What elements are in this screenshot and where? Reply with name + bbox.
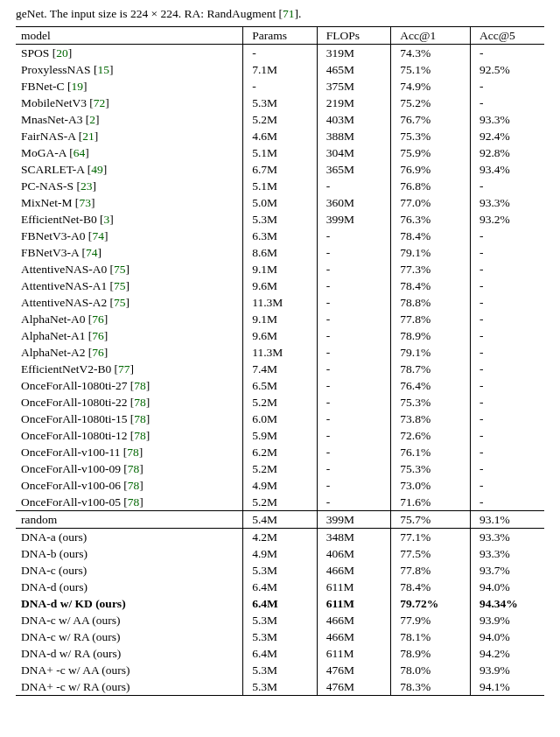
cell: -	[317, 344, 391, 361]
model-cell: MobileNetV3 [72]	[16, 95, 243, 111]
caption-text: geNet. The input size is 224 × 224. RA: …	[16, 7, 283, 20]
model-cell: SPOS [20]	[16, 45, 243, 62]
cell: 7.1M	[243, 61, 318, 78]
model-cell: DNA-c w/ AA (ours)	[16, 612, 243, 628]
table-row: DNA-d (ours)6.4M611M78.4%94.0%	[16, 579, 544, 595]
cell: 399M	[317, 211, 391, 228]
cell: 466M	[317, 628, 391, 645]
cell: 78.1%	[391, 628, 471, 645]
citation-ref[interactable]: 74	[86, 246, 98, 259]
model-suffix: ]	[104, 312, 108, 326]
citation-ref[interactable]: 49	[91, 163, 103, 176]
model-name: ProxylessNAS [	[21, 63, 97, 76]
cell: 73.8%	[391, 411, 471, 427]
model-cell: MnasNet-A3 [2]	[16, 111, 243, 128]
cell: 611M	[317, 645, 391, 662]
model-name: DNA-d w/ KD (ours)	[21, 597, 126, 610]
model-suffix: ]	[104, 329, 108, 342]
table-row: SCARLET-A [49]6.7M365M76.9%93.4%	[16, 161, 544, 178]
model-cell: DNA+ -c w/ AA (ours)	[16, 662, 243, 678]
hdr-acc1: Acc@1	[391, 27, 471, 45]
caption-ref[interactable]: 71	[283, 7, 295, 20]
cell: -	[470, 294, 544, 311]
citation-ref[interactable]: 64	[74, 146, 86, 159]
cell: 8.6M	[243, 244, 318, 261]
citation-ref[interactable]: 78	[128, 462, 140, 475]
cell: -	[470, 327, 544, 344]
table-caption: geNet. The input size is 224 × 224. RA: …	[16, 7, 544, 21]
model-name: DNA+ -c w/ RA (ours)	[21, 680, 130, 693]
citation-ref[interactable]: 75	[114, 296, 126, 309]
cell: 73.0%	[391, 477, 471, 494]
citation-ref[interactable]: 77	[118, 362, 130, 376]
cell: 93.9%	[470, 612, 544, 628]
model-name: AlphaNet-A1 [	[21, 329, 92, 342]
model-name: DNA-c w/ RA (ours)	[21, 630, 121, 643]
citation-ref[interactable]: 72	[94, 96, 106, 109]
cell: 406M	[317, 545, 391, 562]
citation-ref[interactable]: 78	[128, 495, 140, 509]
model-cell: ProxylessNAS [15]	[16, 61, 243, 78]
table-row: DNA-d w/ RA (ours)6.4M611M78.9%94.2%	[16, 645, 544, 662]
citation-ref[interactable]: 78	[134, 429, 146, 442]
model-suffix: ]	[139, 446, 144, 459]
citation-ref[interactable]: 75	[114, 279, 126, 292]
cell: 388M	[317, 128, 391, 144]
cell: -	[317, 411, 391, 427]
table-row: FairNAS-A [21]4.6M388M75.3%92.4%	[16, 128, 544, 144]
model-suffix: ]	[146, 396, 150, 409]
citation-ref[interactable]: 73	[79, 196, 91, 209]
citation-ref[interactable]: 19	[71, 80, 83, 93]
cell: -	[243, 45, 318, 62]
model-name: OnceForAll-1080ti-22 [	[21, 396, 134, 409]
model-cell: OnceForAll-1080ti-12 [78]	[16, 427, 243, 444]
model-suffix: ]	[146, 429, 150, 442]
table-row: OnceForAll-v100-06 [78]4.9M-73.0%-	[16, 477, 544, 494]
model-cell: DNA-d w/ RA (ours)	[16, 645, 243, 662]
citation-ref[interactable]: 78	[128, 479, 140, 492]
model-cell: random	[16, 511, 243, 529]
cell: 5.3M	[243, 562, 318, 579]
model-suffix: ]	[95, 113, 100, 126]
model-suffix: ]	[126, 296, 130, 309]
table-row: MoGA-A [64]5.1M304M75.9%92.8%	[16, 144, 544, 161]
table-row: FBNet-C [19]-375M74.9%-	[16, 78, 544, 95]
cell: 611M	[317, 595, 391, 612]
citation-ref[interactable]: 78	[134, 396, 146, 409]
cell: 93.9%	[470, 662, 544, 678]
table-row: OnceForAll-1080ti-12 [78]5.9M-72.6%-	[16, 427, 544, 444]
hdr-flops: FLOPs	[317, 27, 391, 45]
cell: -	[317, 494, 391, 511]
cell: 79.1%	[391, 344, 471, 361]
citation-ref[interactable]: 78	[134, 379, 146, 392]
model-suffix: ]	[91, 196, 95, 209]
citation-ref[interactable]: 76	[92, 329, 104, 342]
citation-ref[interactable]: 15	[97, 63, 109, 76]
citation-ref[interactable]: 23	[80, 179, 93, 193]
model-cell: OnceForAll-v100-06 [78]	[16, 477, 243, 494]
cell: 4.2M	[243, 529, 318, 546]
cell: 219M	[317, 95, 391, 111]
citation-ref[interactable]: 76	[92, 346, 104, 359]
cell: 77.0%	[391, 194, 471, 211]
cell: -	[317, 361, 391, 377]
citation-ref[interactable]: 74	[92, 229, 104, 242]
citation-ref[interactable]: 76	[92, 312, 104, 326]
cell: -	[470, 361, 544, 377]
model-name: DNA-a (ours)	[21, 530, 87, 544]
citation-ref[interactable]: 21	[82, 130, 94, 143]
citation-ref[interactable]: 20	[56, 46, 68, 60]
cell: 94.34%	[470, 595, 544, 612]
citation-ref[interactable]: 78	[134, 412, 146, 425]
citation-ref[interactable]: 78	[127, 446, 139, 459]
cell: 76.9%	[391, 161, 471, 178]
model-cell: OnceForAll-v100-09 [78]	[16, 460, 243, 477]
cell: -	[317, 327, 391, 344]
cell: -	[470, 444, 544, 460]
model-cell: AttentiveNAS-A2 [75]	[16, 294, 243, 311]
model-suffix: ]	[126, 279, 130, 292]
citation-ref[interactable]: 75	[114, 263, 126, 276]
cell: 5.0M	[243, 194, 318, 211]
cell: 365M	[317, 161, 391, 178]
cell: 466M	[317, 612, 391, 628]
